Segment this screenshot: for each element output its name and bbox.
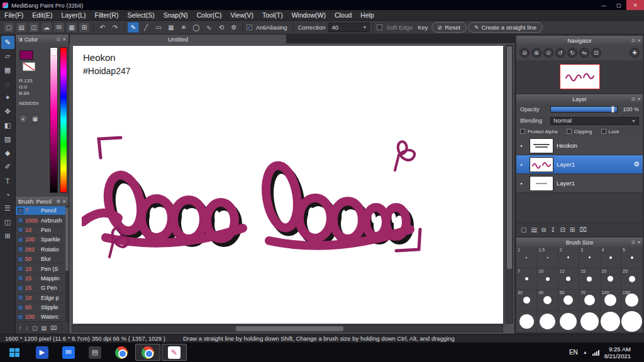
menu-filter[interactable]: Filter(R)	[91, 10, 123, 20]
visibility-icon[interactable]: ●	[516, 182, 526, 185]
canvas-vertical-scrollbar[interactable]	[506, 45, 513, 324]
taskbar-file-explorer[interactable]: ▤	[82, 344, 108, 361]
add-brush-icon[interactable]: ▢	[32, 325, 38, 331]
brush-size-cell[interactable]	[621, 311, 643, 332]
brush-size-cell[interactable]: 1	[516, 247, 537, 268]
brush-list-scrollbar[interactable]	[65, 206, 69, 321]
brush-size-cell[interactable]: 30	[516, 290, 537, 311]
color-picker-marker[interactable]	[51, 50, 57, 55]
operation-tool-icon[interactable]: ⊞	[1, 229, 14, 243]
brush-item-gpen[interactable]: 15 G Pen	[16, 283, 69, 293]
close-icon[interactable]: ✕	[62, 199, 66, 204]
brush-item-mapping[interactable]: 15 Mappin	[16, 274, 69, 283]
new-canvas-icon[interactable]: ▢	[3, 22, 14, 33]
open-file-icon[interactable]: ▤	[16, 22, 27, 33]
move-down-icon[interactable]: ↓	[26, 325, 29, 331]
brush-size-cell[interactable]	[558, 311, 579, 332]
popout-icon[interactable]: ⊡	[631, 240, 635, 244]
brush-size-cell[interactable]	[601, 311, 621, 332]
correction-dropdown[interactable]: 40 ▼	[328, 23, 370, 32]
fit-view-icon[interactable]: ⊡	[591, 48, 601, 58]
magic-wand-icon[interactable]: ✦	[1, 91, 14, 104]
brush-item-pen[interactable]: 10 Pen	[16, 226, 69, 235]
protect-alpha-checkbox[interactable]	[520, 129, 525, 134]
brush-size-cell[interactable]: 7	[516, 268, 537, 290]
language-indicator[interactable]: EN	[569, 349, 578, 356]
brush-item-stipple[interactable]: 50 Stipple	[16, 303, 69, 312]
settings-gear-icon[interactable]: ⚙	[228, 22, 240, 33]
rectangle-mode-icon[interactable]: ▭	[153, 22, 164, 33]
taskbar-mail-app[interactable]: ✉	[56, 344, 81, 361]
brush-size-cell[interactable]: 50	[558, 290, 579, 311]
brush-size-cell[interactable]: 100	[601, 290, 621, 311]
brush-size-cell[interactable]: 70	[579, 290, 600, 311]
brush-size-cell[interactable]	[516, 311, 537, 332]
document-tab[interactable]: Untitled	[70, 35, 286, 43]
marquee-select-icon[interactable]: ▦	[1, 63, 14, 77]
popout-icon[interactable]: ⊡	[57, 37, 60, 41]
shape-brush-icon[interactable]: ◆	[1, 146, 14, 160]
curve-mode-icon[interactable]: ∿	[203, 22, 214, 33]
eyedropper-tool-icon[interactable]: ◔	[1, 188, 14, 201]
brush-size-cell[interactable]: 4	[601, 247, 621, 268]
fullscreen-icon[interactable]: ✚	[630, 48, 640, 58]
maximize-button[interactable]: ▢	[611, 0, 626, 10]
brush-item-rotation[interactable]: 282 Rotatio	[16, 245, 69, 255]
redo-icon[interactable]: ↷	[109, 22, 121, 33]
brush-item-edge[interactable]: 10 Edge p	[16, 293, 69, 303]
menu-snap[interactable]: Snap(N)	[159, 10, 192, 20]
new-layer-icon[interactable]: ▢	[521, 226, 526, 233]
grid-snap-icon[interactable]: ▦	[165, 22, 177, 33]
canvas-horizontal-scrollbar[interactable]	[72, 325, 503, 332]
menu-edit[interactable]: Edit(E)	[28, 10, 57, 20]
brush-item-blur[interactable]: 50 Blur	[16, 255, 69, 264]
brush-size-cell[interactable]: 2	[558, 247, 579, 268]
message-icon[interactable]: ✉	[53, 22, 65, 33]
menu-select[interactable]: Select(S)	[123, 10, 158, 20]
brush-size-cell[interactable]: 15	[579, 268, 600, 290]
brush-size-cell[interactable]: 40	[537, 290, 558, 311]
delete-brush-icon[interactable]: ⌧	[50, 325, 57, 331]
gradient-tool-icon[interactable]: ▨	[1, 133, 14, 146]
menu-file[interactable]: File(F)	[0, 10, 28, 20]
brush-size-cell[interactable]: 25	[621, 268, 643, 290]
menu-view[interactable]: View(V)	[226, 10, 258, 20]
flip-icon[interactable]: ⇋	[579, 48, 589, 58]
foreground-color-swatch[interactable]	[19, 50, 33, 60]
blending-dropdown[interactable]: Normal ▼	[550, 117, 639, 125]
vertical-scroll-thumb[interactable]	[507, 47, 512, 269]
navigator-thumbnail[interactable]	[560, 64, 600, 89]
hue-bar[interactable]	[60, 47, 67, 193]
undo-icon[interactable]: ↶	[97, 22, 108, 33]
create-straight-line-button[interactable]: ✎ Create a straight line	[468, 22, 543, 33]
visibility-icon[interactable]: ●	[516, 163, 526, 167]
minimize-button[interactable]: —	[596, 0, 611, 10]
visibility-icon[interactable]: ●	[516, 144, 526, 148]
ellipse-mode-icon[interactable]: ◯	[191, 22, 202, 33]
eraser-tool-icon[interactable]: ▱	[1, 50, 14, 63]
text-tool-icon[interactable]: T	[1, 174, 14, 187]
brush-size-cell[interactable]: 150	[621, 290, 643, 311]
clipping-checkbox[interactable]	[567, 129, 572, 134]
layer-row-layer1[interactable]: ● Layer1	[516, 174, 643, 193]
add-to-folder-icon[interactable]: ⊞	[570, 226, 575, 233]
antialiasing-checkbox[interactable]: ✓ AntiAliasing	[247, 24, 289, 31]
divide-tool-icon[interactable]: ◫	[1, 216, 14, 229]
brush-size-cell[interactable]: 5	[621, 247, 643, 268]
taskbar-media-app[interactable]: ▶	[30, 344, 55, 361]
layer-row-layer1-selected[interactable]: ● Layer1 ⚙	[516, 155, 643, 174]
popout-icon[interactable]: ⊡	[631, 97, 635, 101]
close-icon[interactable]: ✕	[637, 240, 641, 244]
zoom-reset-icon[interactable]: ⊙	[543, 48, 553, 58]
layer-row-heokon[interactable]: ● Heokon	[516, 136, 643, 155]
popout-icon[interactable]: ⊡	[631, 38, 635, 43]
menu-layer[interactable]: Layer(L)	[57, 10, 90, 20]
tile-view-icon[interactable]: ⊞	[79, 22, 90, 33]
brush-item-watercolor[interactable]: 100 Waterc	[16, 312, 69, 321]
grid-view-icon[interactable]: ▦	[66, 22, 77, 33]
lasso-select-icon[interactable]: ◌	[1, 77, 14, 90]
brush-size-cell[interactable]: 12	[558, 268, 579, 290]
symmetry-mode-icon[interactable]: ✳	[178, 22, 189, 33]
network-icon[interactable]	[592, 349, 599, 356]
hidden-icons-arrow[interactable]: ▲	[583, 350, 587, 354]
